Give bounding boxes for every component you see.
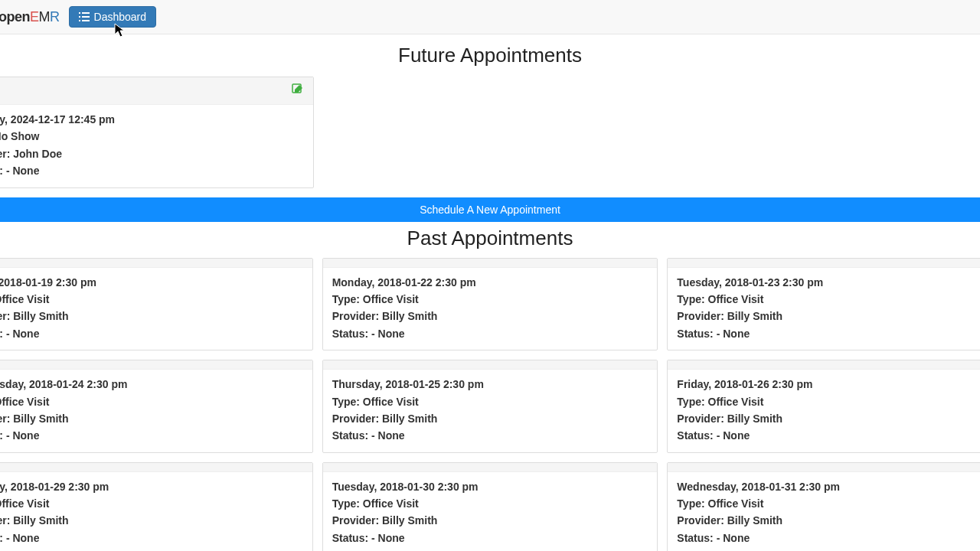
card-header xyxy=(0,463,312,472)
svg-rect-2 xyxy=(79,16,80,18)
appt-date: day, 2024-12-17 12:45 pm xyxy=(0,111,304,128)
appt-type: : Office Visit xyxy=(0,291,303,308)
appt-type: Type: Office Visit xyxy=(677,291,980,308)
appt-status: Status: - None xyxy=(332,530,648,546)
appt-status: Status: - None xyxy=(332,325,648,342)
past-appointment-card[interactable]: y, 2018-01-19 2:30 pm: Office Visitider:… xyxy=(0,258,313,351)
appt-provider: ider: Billy Smith xyxy=(0,410,303,427)
appt-type: : Office Visit xyxy=(0,393,303,410)
past-appointment-card[interactable]: nesday, 2018-01-24 2:30 pm: Office Visit… xyxy=(0,360,313,453)
appt-provider: Provider: Billy Smith xyxy=(332,410,648,427)
past-appointment-card[interactable]: Thursday, 2018-01-25 2:30 pmType: Office… xyxy=(322,360,658,453)
appt-type: : No Show xyxy=(0,128,304,145)
appt-status: us: - None xyxy=(0,162,304,179)
future-appointments-title: Future Appointments xyxy=(0,44,980,67)
appt-provider: Provider: Billy Smith xyxy=(677,410,980,427)
svg-rect-4 xyxy=(79,20,80,21)
schedule-new-appointment-button[interactable]: Schedule A New Appointment xyxy=(0,197,980,222)
top-bar: openEMR Dashboard xyxy=(0,0,980,34)
appt-type: Type: Office Visit xyxy=(332,393,648,410)
appt-status: Status: - None xyxy=(677,530,980,546)
card-header xyxy=(668,360,980,370)
appt-date: Thursday, 2018-01-25 2:30 pm xyxy=(332,376,648,393)
logo: openEMR xyxy=(0,9,60,25)
card-header xyxy=(0,360,312,370)
appt-status: us: - None xyxy=(0,530,303,546)
past-appointment-card[interactable]: Friday, 2018-01-26 2:30 pmType: Office V… xyxy=(667,360,980,453)
card-body: Wednesday, 2018-01-31 2:30 pmType: Offic… xyxy=(668,472,980,551)
past-appointment-card[interactable]: day, 2018-01-29 2:30 pm: Office Visitide… xyxy=(0,462,313,551)
card-header xyxy=(668,463,980,472)
appt-date: Tuesday, 2018-01-30 2:30 pm xyxy=(332,478,648,495)
appt-provider: Provider: Billy Smith xyxy=(677,512,980,529)
appt-provider: ider: John Doe xyxy=(0,145,304,162)
edit-icon[interactable] xyxy=(292,83,304,98)
appt-provider: Provider: Billy Smith xyxy=(332,512,648,529)
appt-date: Wednesday, 2018-01-31 2:30 pm xyxy=(677,478,980,495)
appt-date: Friday, 2018-01-26 2:30 pm xyxy=(677,376,980,393)
card-body: Monday, 2018-01-22 2:30 pmType: Office V… xyxy=(323,268,658,350)
card-header xyxy=(323,360,658,370)
appt-type: Type: Office Visit xyxy=(332,495,648,512)
svg-rect-3 xyxy=(82,16,90,18)
card-header xyxy=(323,463,658,472)
appt-date: Tuesday, 2018-01-23 2:30 pm xyxy=(677,274,980,291)
appt-type: Type: Office Visit xyxy=(677,495,980,512)
appt-status: us: - None xyxy=(0,427,303,444)
appt-date: Monday, 2018-01-22 2:30 pm xyxy=(332,274,648,291)
appt-type: Type: Office Visit xyxy=(677,393,980,410)
dashboard-label: Dashboard xyxy=(94,11,147,23)
svg-rect-1 xyxy=(82,12,90,14)
svg-rect-5 xyxy=(82,20,90,21)
card-header xyxy=(0,259,312,268)
card-header xyxy=(323,259,658,268)
appt-provider: Provider: Billy Smith xyxy=(677,308,980,324)
appt-status: Status: - None xyxy=(677,427,980,444)
appt-status: us: - None xyxy=(0,325,303,342)
card-body: day, 2018-01-29 2:30 pm: Office Visitide… xyxy=(0,472,312,551)
future-appointments-list: day, 2024-12-17 12:45 pm : No Show ider:… xyxy=(0,77,980,188)
appt-type: : Office Visit xyxy=(0,495,303,512)
logo-m: M xyxy=(39,9,51,24)
logo-r: R xyxy=(50,9,60,24)
appt-provider: ider: Billy Smith xyxy=(0,308,303,324)
svg-rect-0 xyxy=(79,12,80,14)
appt-provider: Provider: Billy Smith xyxy=(332,308,648,324)
dashboard-button[interactable]: Dashboard xyxy=(69,6,157,28)
appt-type: Type: Office Visit xyxy=(332,291,648,308)
appt-date: nesday, 2018-01-24 2:30 pm xyxy=(0,376,303,393)
card-body: Tuesday, 2018-01-23 2:30 pmType: Office … xyxy=(668,268,980,350)
past-appointment-card[interactable]: Wednesday, 2018-01-31 2:30 pmType: Offic… xyxy=(667,462,980,551)
past-appointment-card[interactable]: Tuesday, 2018-01-23 2:30 pmType: Office … xyxy=(667,258,980,351)
appt-date: day, 2018-01-29 2:30 pm xyxy=(0,478,303,495)
card-body: y, 2018-01-19 2:30 pm: Office Visitider:… xyxy=(0,268,312,350)
future-appointment-card[interactable]: day, 2024-12-17 12:45 pm : No Show ider:… xyxy=(0,77,314,188)
logo-e: E xyxy=(30,9,39,24)
card-body: nesday, 2018-01-24 2:30 pm: Office Visit… xyxy=(0,370,312,452)
past-appointments-grid: y, 2018-01-19 2:30 pm: Office Visitider:… xyxy=(0,258,980,551)
past-appointments-title: Past Appointments xyxy=(0,227,980,250)
list-icon xyxy=(79,12,90,21)
past-appointment-card[interactable]: Monday, 2018-01-22 2:30 pmType: Office V… xyxy=(322,258,658,351)
appt-provider: ider: Billy Smith xyxy=(0,512,303,529)
card-header xyxy=(0,77,313,105)
appt-status: Status: - None xyxy=(677,325,980,342)
appt-date: y, 2018-01-19 2:30 pm xyxy=(0,274,303,291)
card-header xyxy=(668,259,980,268)
card-body: Friday, 2018-01-26 2:30 pmType: Office V… xyxy=(668,370,980,452)
card-body: Tuesday, 2018-01-30 2:30 pmType: Office … xyxy=(323,472,658,551)
appt-status: Status: - None xyxy=(332,427,648,444)
past-appointment-card[interactable]: Tuesday, 2018-01-30 2:30 pmType: Office … xyxy=(322,462,658,551)
card-body: Thursday, 2018-01-25 2:30 pmType: Office… xyxy=(323,370,658,452)
logo-open: open xyxy=(0,9,30,24)
card-body: day, 2024-12-17 12:45 pm : No Show ider:… xyxy=(0,105,313,187)
